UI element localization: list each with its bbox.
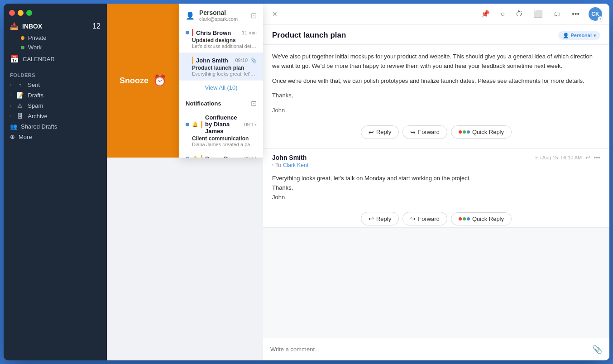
archive-icon: 🗄 (16, 113, 24, 120)
clock-button[interactable]: ⏱ (514, 8, 525, 20)
email-time-john: 09:10 (235, 57, 248, 63)
account-name: Personal (199, 9, 246, 16)
sidebar-item-work[interactable]: Work (4, 43, 107, 52)
sidebar-item-calendar[interactable]: 📅 CALENDAR (4, 52, 107, 66)
quick-reply-button-2[interactable]: Quick Reply (451, 212, 512, 225)
email-sender-john: John Smith (196, 57, 232, 64)
reply-to-arrow: › (272, 163, 273, 168)
sidebar-header (4, 4, 107, 19)
email-content-area: Product launch plan 👤 Personal ▾ We've a… (263, 24, 609, 338)
reply-button-1[interactable]: ↩ Reply (361, 125, 399, 139)
reply-icon-1: ↩ (369, 129, 374, 136)
reply-action-icons: ↩ ••• (585, 154, 600, 161)
sidebar-item-private[interactable]: Private (4, 33, 107, 43)
reply-button-2[interactable]: ↩ Reply (361, 212, 399, 225)
compose-attach-icon[interactable]: 📎 (592, 345, 602, 354)
shared-drafts-icon: 👥 (10, 123, 17, 130)
reply-block-john: John Smith › To Clark Kent Fri Aug 15, 0… (263, 148, 609, 228)
priority-indicator-byron (201, 155, 202, 158)
unread-dot-byron (186, 157, 189, 158)
drafts-expand-arrow: › (10, 93, 11, 98)
sidebar-item-sent[interactable]: › ↑ Sent (4, 80, 107, 90)
pin-button[interactable]: 📌 (479, 8, 492, 20)
work-label: Work (28, 44, 42, 51)
message-signature-name-1: John (272, 106, 600, 115)
traffic-lights (9, 10, 32, 16)
private-dot (21, 36, 24, 40)
action-bar-1: ↩ Reply ↪ Forward Quick Reply (272, 121, 600, 141)
email-preview-john: Everything looks great, let's talk on Mo… (186, 71, 257, 77)
sidebar-item-drafts[interactable]: › 📝 Drafts (4, 90, 107, 101)
more-button[interactable]: ••• (570, 8, 581, 20)
reply-date-john: Fri Aug 15, 09:10 AM (536, 155, 582, 160)
quick-reply-label-1: Quick Reply (472, 129, 504, 135)
snooze-panel[interactable]: Snooze ⏰ (107, 4, 179, 158)
forward-label-2: Forward (418, 216, 440, 222)
personal-badge[interactable]: 👤 Personal ▾ (558, 31, 600, 40)
close-traffic-light[interactable] (9, 10, 15, 16)
quick-reply-icon-1 (459, 130, 470, 134)
sidebar-item-more[interactable]: ⊕ More (4, 132, 107, 142)
notification-time-byron: 08:14 (244, 156, 257, 158)
folder-button[interactable]: 🗂 (552, 8, 563, 20)
personal-badge-arrow: ▾ (594, 33, 596, 38)
sidebar-item-archive[interactable]: › 🗄 Archive (4, 111, 107, 121)
reply-header-john: John Smith › To Clark Kent Fri Aug 15, 0… (263, 148, 609, 170)
notification-item-byron[interactable]: 🔔 Byron Borg 08:14 Calendar invite updat… (179, 151, 263, 158)
sent-icon: ↑ (16, 81, 24, 88)
personal-badge-label: Personal (571, 33, 592, 38)
notification-bell-byron: 🔔 (192, 156, 198, 158)
sidebar-item-shared-drafts[interactable]: 👥 Shared Drafts (4, 121, 107, 132)
archive-expand-arrow: › (10, 114, 11, 119)
spam-label: Spam (28, 102, 43, 109)
quick-reply-button-1[interactable]: Quick Reply (451, 125, 512, 139)
account-archive-icon[interactable]: ⊡ (251, 11, 257, 20)
reply-icon-2: ↩ (369, 215, 374, 222)
notifications-header: Notifications ⊡ (179, 95, 263, 110)
reply-to-clark[interactable]: Clark Kent (283, 162, 308, 168)
notification-subject-confluence: Client communication (192, 135, 257, 142)
more-icon-john[interactable]: ••• (594, 154, 600, 161)
inbox-label: INBOX (22, 23, 89, 30)
avatar[interactable]: CK + (589, 7, 602, 21)
folders-section: Folders › ↑ Sent › 📝 Drafts › ⚠ Spam › 🗄… (4, 70, 107, 142)
email-subject-john: Product launch plan (192, 65, 257, 71)
quick-reply-label-2: Quick Reply (472, 216, 504, 222)
snooze-label: Snooze (120, 76, 148, 86)
compose-bar: 📎 (263, 338, 609, 360)
compose-input[interactable] (270, 346, 589, 353)
forward-button-2[interactable]: ↪ Forward (402, 212, 447, 225)
minimize-traffic-light[interactable] (18, 10, 24, 16)
view-all-personal[interactable]: View All (10) (179, 81, 263, 95)
reply-sender-name-john: John Smith (272, 154, 308, 161)
archive-button[interactable]: ⬜ (532, 8, 545, 20)
folders-label: Folders (4, 70, 107, 80)
shared-drafts-label: Shared Drafts (21, 123, 57, 130)
forward-button-1[interactable]: ↪ Forward (402, 125, 447, 139)
email-detail-header: Product launch plan 👤 Personal ▾ (263, 24, 609, 45)
close-button[interactable]: ✕ (270, 9, 279, 19)
reply-meta-john: Fri Aug 15, 09:10 AM ↩ ••• (536, 154, 600, 161)
reply-paragraph-1: Everything looks great, let's talk on Mo… (272, 174, 600, 183)
sidebar-item-inbox[interactable]: 📥 INBOX 12 (4, 19, 107, 33)
email-item-john[interactable]: John Smith 09:10 📎 Product launch plan E… (179, 53, 263, 81)
notification-preview-confluence: Diana James created a page Client Com... (186, 142, 257, 147)
reply-icon-john[interactable]: ↩ (585, 154, 591, 161)
notification-item-confluence[interactable]: 🔔 Confluence by Diana James 09:17 Client… (179, 110, 263, 151)
email-item-chris[interactable]: Chris Brown 11 min Updated designs Let's… (179, 25, 263, 53)
circle-button[interactable]: ○ (499, 8, 507, 20)
notifications-archive-icon[interactable]: ⊡ (251, 99, 257, 108)
reply-to-line-john: › To Clark Kent (272, 162, 308, 168)
archive-label: Archive (28, 113, 47, 120)
maximize-traffic-light[interactable] (26, 10, 32, 16)
spam-expand-arrow: › (10, 103, 11, 108)
sent-expand-arrow: › (10, 82, 11, 87)
reply-label-1: Reply (376, 129, 391, 135)
unread-dot-confluence (186, 123, 189, 126)
sidebar-item-spam[interactable]: › ⚠ Spam (4, 101, 107, 111)
right-toolbar: ✕ 📌 ○ ⏱ ⬜ 🗂 ••• CK + (263, 4, 609, 24)
action-bar-2: ↩ Reply ↪ Forward Quick Reply (263, 207, 609, 227)
reply-signature-1: Thanks, (272, 183, 600, 193)
first-message-block: We've also put together initial mockups … (263, 45, 609, 148)
account-email: clark@spark.com (199, 16, 246, 22)
